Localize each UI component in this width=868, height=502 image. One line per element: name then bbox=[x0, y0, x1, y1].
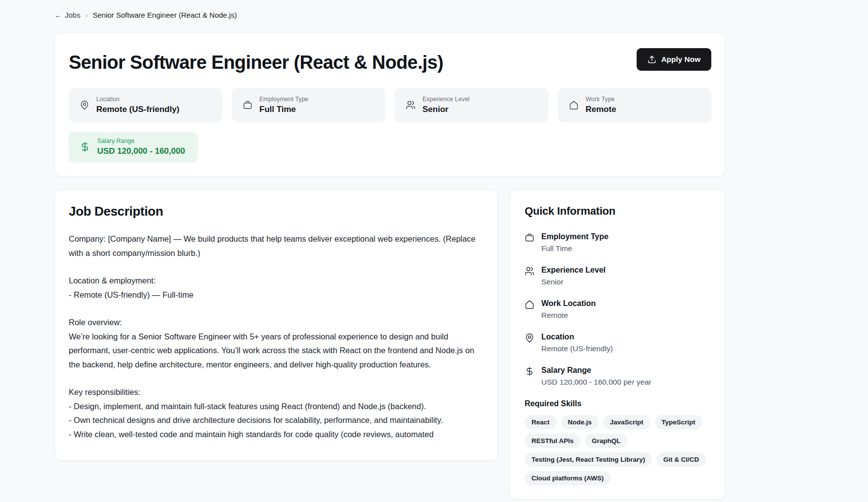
salary-label: Salary Range bbox=[97, 138, 185, 144]
job-description-card: Job Description Company: [Company Name] … bbox=[55, 190, 498, 461]
qi-label: Experience Level bbox=[541, 266, 606, 275]
skill-pill: React bbox=[525, 415, 557, 429]
skill-pill: Testing (Jest, React Testing Library) bbox=[525, 452, 652, 467]
upload-icon bbox=[647, 55, 656, 64]
users-icon bbox=[406, 100, 416, 110]
main-content: Job Description Company: [Company Name] … bbox=[55, 190, 726, 500]
dollar-icon bbox=[525, 366, 534, 387]
jd-paragraph-responsibilities: Key responsibilities: - Design, implemen… bbox=[69, 385, 484, 441]
skill-pill: GraphQL bbox=[585, 434, 628, 448]
meta-card-experience-level: Experience Level Senior bbox=[395, 88, 548, 122]
jd-paragraph-company: Company: [Company Name] — We build produ… bbox=[69, 232, 484, 260]
qi-item-text: Salary Range USD 120,000 - 160,000 per y… bbox=[541, 366, 651, 387]
qi-value: Remote (US-friendly) bbox=[541, 344, 613, 353]
home-icon bbox=[525, 299, 534, 320]
qi-item-work-location: Work Location Remote bbox=[525, 299, 710, 320]
location-pin-icon bbox=[80, 100, 89, 110]
qi-label: Employment Type bbox=[541, 232, 609, 241]
meta-value: Full Time bbox=[259, 105, 308, 114]
location-pin-icon bbox=[525, 333, 534, 353]
salary-text: Salary Range USD 120,000 - 160,000 bbox=[97, 138, 185, 156]
users-icon bbox=[525, 266, 534, 286]
back-arrow-icon: ← bbox=[55, 11, 62, 19]
qi-item-experience-level: Experience Level Senior bbox=[525, 266, 710, 286]
apply-now-button[interactable]: Apply Now bbox=[637, 48, 711, 71]
quick-information-title: Quick Information bbox=[525, 205, 710, 218]
meta-label: Location bbox=[96, 96, 179, 103]
page: ← Jobs › Senior Software Engineer (React… bbox=[55, 0, 726, 500]
chevron-right-icon: › bbox=[85, 11, 88, 19]
meta-card-location: Location Remote (US-friendly) bbox=[69, 88, 222, 122]
qi-item-employment-type: Employment Type Full Time bbox=[525, 232, 710, 253]
meta-card-text: Employment Type Full Time bbox=[259, 96, 308, 114]
skill-pill: Git & CI/CD bbox=[656, 452, 706, 467]
skills-list: React Node.js JavaScript TypeScript REST… bbox=[525, 415, 710, 485]
meta-value: Senior bbox=[422, 105, 470, 114]
home-icon bbox=[569, 100, 579, 110]
breadcrumb-back-link[interactable]: ← Jobs bbox=[55, 11, 81, 19]
meta-card-employment-type: Employment Type Full Time bbox=[232, 88, 385, 122]
page-title: Senior Software Engineer (React & Node.j… bbox=[69, 47, 443, 73]
skill-pill: TypeScript bbox=[655, 415, 702, 429]
qi-item-text: Work Location Remote bbox=[541, 299, 596, 320]
meta-value: Remote (US-friendly) bbox=[96, 105, 179, 114]
qi-label: Salary Range bbox=[541, 366, 651, 375]
qi-item-salary-range: Salary Range USD 120,000 - 160,000 per y… bbox=[525, 366, 710, 387]
breadcrumb-current: Senior Software Engineer (React & Node.j… bbox=[93, 11, 237, 19]
apply-now-label: Apply Now bbox=[661, 55, 700, 64]
salary-value: USD 120,000 - 160,000 bbox=[97, 146, 185, 156]
jd-paragraph-role-overview: Role overview: We’re looking for a Senio… bbox=[69, 315, 484, 371]
qi-item-text: Location Remote (US-friendly) bbox=[541, 333, 613, 353]
job-header-top: Senior Software Engineer (React & Node.j… bbox=[69, 47, 711, 73]
briefcase-icon bbox=[525, 232, 534, 253]
salary-range-card: Salary Range USD 120,000 - 160,000 bbox=[69, 132, 198, 163]
qi-value: Full Time bbox=[541, 244, 609, 253]
job-meta-grid: Location Remote (US-friendly) Employment… bbox=[69, 88, 711, 122]
briefcase-icon bbox=[243, 100, 252, 110]
qi-label: Location bbox=[541, 333, 613, 341]
breadcrumb: ← Jobs › Senior Software Engineer (React… bbox=[55, 11, 726, 19]
qi-value: Senior bbox=[541, 278, 606, 286]
qi-value: Remote bbox=[541, 311, 596, 320]
meta-label: Employment Type bbox=[259, 96, 308, 103]
skill-pill: JavaScript bbox=[603, 415, 650, 429]
meta-card-text: Experience Level Senior bbox=[422, 96, 470, 114]
quick-information-card: Quick Information Employment Type Full T… bbox=[509, 190, 726, 500]
meta-card-work-type: Work Type Remote bbox=[558, 88, 711, 122]
required-skills-title: Required Skills bbox=[525, 399, 710, 408]
qi-item-location: Location Remote (US-friendly) bbox=[525, 333, 710, 353]
meta-label: Experience Level bbox=[422, 96, 470, 103]
meta-value: Remote bbox=[586, 105, 616, 114]
dollar-icon bbox=[80, 141, 90, 152]
qi-item-text: Employment Type Full Time bbox=[541, 232, 609, 253]
skill-pill: Node.js bbox=[561, 415, 599, 429]
qi-value: USD 120,000 - 160,000 per year bbox=[541, 378, 651, 387]
meta-label: Work Type bbox=[586, 96, 616, 103]
qi-item-text: Experience Level Senior bbox=[541, 266, 606, 286]
meta-card-text: Work Type Remote bbox=[586, 96, 616, 114]
breadcrumb-jobs-label: Jobs bbox=[65, 11, 81, 19]
job-header-card: Senior Software Engineer (React & Node.j… bbox=[55, 33, 726, 177]
skill-pill: Cloud platforms (AWS) bbox=[525, 471, 611, 485]
meta-card-text: Location Remote (US-friendly) bbox=[96, 96, 179, 114]
skill-pill: RESTful APIs bbox=[525, 434, 581, 448]
qi-label: Work Location bbox=[541, 299, 596, 308]
job-description-title: Job Description bbox=[69, 204, 484, 219]
jd-paragraph-location: Location & employment: - Remote (US-frie… bbox=[69, 274, 484, 302]
